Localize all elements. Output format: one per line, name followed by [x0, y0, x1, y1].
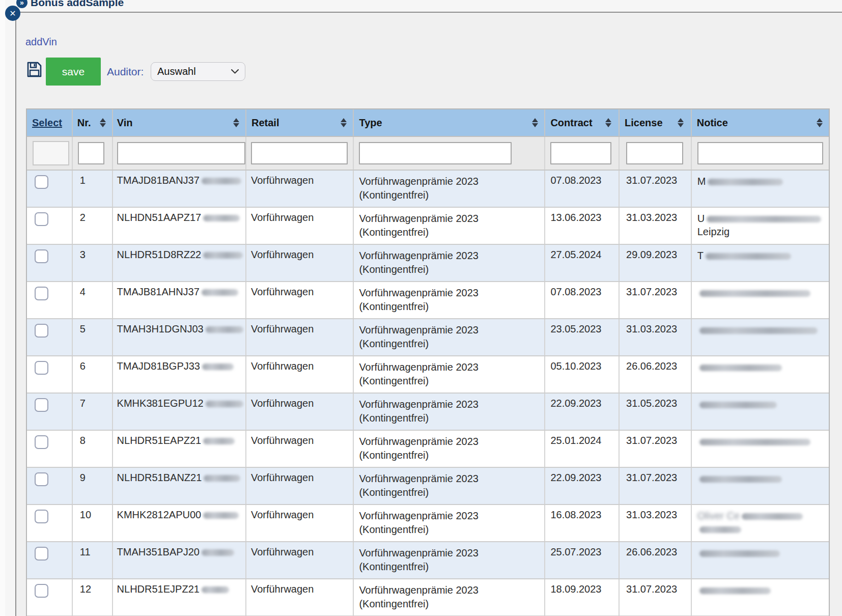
redacted-text: [708, 179, 783, 185]
row-cell-contract: 18.09.2023: [545, 579, 620, 615]
row-cell-select: [27, 319, 73, 355]
row-cell-license: 31.03.2023: [620, 319, 692, 355]
sort-icon[interactable]: [341, 118, 347, 127]
table-row: 1 TMAJD81BANJ37 Vorführwagen Vorführwage…: [27, 171, 829, 208]
row-cell-type: Vorführwagenprämie 2023(Kontingentfrei): [354, 394, 545, 430]
samples-table: Select Nr. Vin Retail Type Contract Lice…: [26, 108, 830, 616]
row-cell-select: [27, 171, 73, 207]
row-cell-vin: NLHDR51D8RZ22: [113, 245, 246, 281]
row-cell-type: Vorführwagenprämie 2023(Kontingentfrei): [354, 245, 545, 281]
row-cell-nr: 7: [73, 394, 113, 430]
table-header-row: Select Nr. Vin Retail Type Contract Lice…: [27, 109, 829, 137]
row-cell-notice: [692, 542, 829, 578]
column-header-nr[interactable]: Nr.: [73, 109, 113, 136]
column-header-vin[interactable]: Vin: [113, 109, 246, 136]
table-row: 7 KMHK381EGPU12 Vorführwagen Vorführwage…: [27, 394, 829, 431]
row-checkbox[interactable]: [35, 361, 48, 375]
sort-icon[interactable]: [678, 118, 684, 127]
row-checkbox[interactable]: [35, 249, 48, 263]
addvin-link[interactable]: addVin: [25, 36, 57, 48]
sort-icon[interactable]: [817, 118, 823, 127]
filter-input-vin[interactable]: [117, 142, 245, 164]
column-header-notice[interactable]: Notice: [692, 109, 829, 136]
row-cell-vin: KMHK381EGPU12: [113, 394, 246, 430]
redacted-vin-suffix: [204, 475, 240, 482]
row-cell-contract: 07.08.2023: [545, 282, 620, 318]
filter-input-license[interactable]: [626, 142, 683, 164]
row-cell-vin: NLHDR51EAPZ21: [113, 431, 246, 467]
row-cell-select: [27, 468, 73, 504]
close-button[interactable]: ✕: [5, 6, 20, 21]
filter-cell-contract: [545, 137, 620, 170]
row-cell-retail: Vorführwagen: [246, 505, 354, 541]
row-cell-retail: Vorführwagen: [246, 431, 354, 467]
row-checkbox[interactable]: [35, 547, 48, 561]
redacted-text: [742, 513, 803, 520]
row-cell-license: 31.07.2023: [620, 431, 692, 467]
row-cell-notice: [692, 319, 829, 355]
row-cell-type: Vorführwagenprämie 2023(Kontingentfrei): [354, 208, 545, 244]
column-header-select[interactable]: Select: [27, 109, 73, 136]
filter-input-contract[interactable]: [550, 142, 611, 164]
row-cell-nr: 8: [73, 431, 113, 467]
row-cell-notice: [692, 431, 829, 467]
row-checkbox[interactable]: [35, 175, 48, 189]
row-cell-retail: Vorführwagen: [246, 245, 354, 281]
redacted-vin-suffix: [202, 178, 241, 184]
row-cell-vin: TMAJD81BANJ37: [113, 171, 246, 207]
row-cell-contract: 27.05.2024: [545, 245, 620, 281]
sort-icon[interactable]: [233, 118, 239, 127]
row-cell-retail: Vorführwagen: [246, 282, 354, 318]
redacted-vin-suffix: [203, 512, 239, 519]
filter-input-type[interactable]: [359, 142, 512, 164]
table-filter-row: [27, 137, 829, 171]
row-cell-contract: 05.10.2023: [545, 356, 620, 393]
row-checkbox[interactable]: [35, 472, 48, 486]
filter-input-nr[interactable]: [78, 142, 104, 164]
row-checkbox[interactable]: [35, 287, 48, 300]
filter-cell-nr: [73, 137, 113, 170]
save-disk-icon[interactable]: [26, 61, 42, 80]
column-header-license[interactable]: License: [620, 109, 692, 136]
select-all-link[interactable]: Select: [32, 117, 62, 129]
filter-input-retail[interactable]: [251, 142, 348, 164]
column-header-retail[interactable]: Retail: [246, 109, 354, 136]
redacted-text: [699, 550, 780, 557]
save-button[interactable]: save: [46, 58, 101, 86]
column-header-contract[interactable]: Contract: [545, 109, 620, 136]
redacted-text: [699, 526, 741, 533]
auditor-select[interactable]: Auswahl: [151, 62, 245, 81]
redacted-text: [699, 439, 810, 445]
row-cell-license: 31.07.2023: [620, 468, 692, 504]
row-checkbox[interactable]: [35, 212, 48, 226]
row-cell-notice: M: [692, 171, 829, 207]
row-cell-notice: [692, 579, 829, 615]
sort-icon[interactable]: [605, 118, 611, 127]
row-cell-type: Vorführwagenprämie 2023(Kontingentfrei): [354, 579, 545, 615]
row-cell-notice: [692, 394, 829, 430]
table-row: 10 KMHK2812APU00 Vorführwagen Vorführwag…: [27, 505, 829, 542]
column-header-type[interactable]: Type: [354, 109, 545, 136]
row-checkbox[interactable]: [35, 324, 48, 338]
row-cell-vin: TMAH3H1DGNJ03: [113, 319, 246, 355]
row-checkbox[interactable]: [35, 398, 48, 412]
sort-icon[interactable]: [100, 118, 106, 127]
table-row: 4 TMAJB81AHNJ37 Vorführwagen Vorführwage…: [27, 282, 829, 319]
row-cell-nr: 12: [73, 579, 113, 615]
row-cell-notice: [692, 356, 829, 393]
filter-input-notice[interactable]: [697, 142, 823, 164]
row-checkbox[interactable]: [35, 510, 48, 523]
row-cell-vin: TMAH351BAPJ20: [113, 542, 246, 578]
row-cell-nr: 2: [73, 208, 113, 244]
row-cell-vin: NLHDN51AAPZ17: [113, 208, 246, 244]
redacted-vin-suffix: [206, 401, 243, 407]
row-cell-nr: 11: [73, 542, 113, 578]
row-cell-license: 31.07.2023: [620, 282, 692, 318]
row-checkbox[interactable]: [35, 584, 48, 598]
auditor-select-value: Auswahl: [157, 66, 231, 77]
table-row: 12 NLHDR51EJPZ21 Vorführwagen Vorführwag…: [27, 579, 829, 616]
row-checkbox[interactable]: [35, 435, 48, 449]
row-cell-vin: TMAJB81AHNJ37: [113, 282, 246, 318]
row-cell-license: 31.07.2023: [620, 171, 692, 207]
sort-icon[interactable]: [532, 118, 538, 127]
